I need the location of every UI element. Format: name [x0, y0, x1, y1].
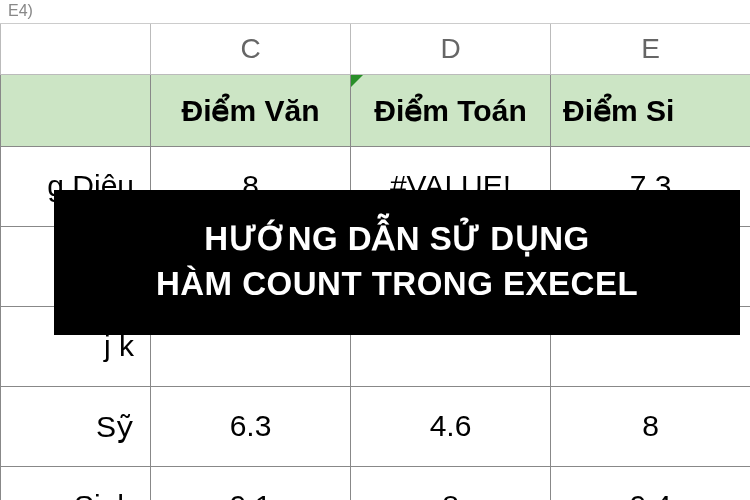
column-header-row: C D E — [1, 24, 751, 74]
reference-bar: E4) — [0, 0, 750, 24]
cell-sinh[interactable]: 9.4 — [551, 466, 751, 500]
cell-name[interactable]: Sỹ — [1, 386, 151, 466]
col-header-e[interactable]: E — [551, 24, 751, 74]
header-toan[interactable]: Điểm Toán — [351, 74, 551, 146]
cell-toan[interactable]: 4.6 — [351, 386, 551, 466]
stub-cell — [1, 24, 151, 74]
cell-van[interactable]: 9.1 — [151, 466, 351, 500]
cell-reference: E4) — [8, 2, 33, 19]
col-header-c[interactable]: C — [151, 24, 351, 74]
cell-sinh[interactable]: 8 — [551, 386, 751, 466]
overlay-line1: HƯỚNG DẪN SỬ DỤNG — [74, 218, 720, 259]
cell-toan[interactable]: 8 — [351, 466, 551, 500]
error-indicator-icon — [351, 75, 363, 87]
header-name[interactable] — [1, 74, 151, 146]
col-header-d[interactable]: D — [351, 24, 551, 74]
table-row: Sinh 9.1 8 9.4 — [1, 466, 751, 500]
header-van[interactable]: Điểm Văn — [151, 74, 351, 146]
title-overlay: HƯỚNG DẪN SỬ DỤNG HÀM COUNT TRONG EXECEL — [54, 190, 740, 335]
table-header-row: Điểm Văn Điểm Toán Điểm Si — [1, 74, 751, 146]
overlay-line2: HÀM COUNT TRONG EXECEL — [74, 263, 720, 304]
table-row: Sỹ 6.3 4.6 8 — [1, 386, 751, 466]
cell-van[interactable]: 6.3 — [151, 386, 351, 466]
header-toan-label: Điểm Toán — [374, 94, 526, 127]
cell-name[interactable]: Sinh — [1, 466, 151, 500]
header-sinh[interactable]: Điểm Si — [551, 74, 751, 146]
